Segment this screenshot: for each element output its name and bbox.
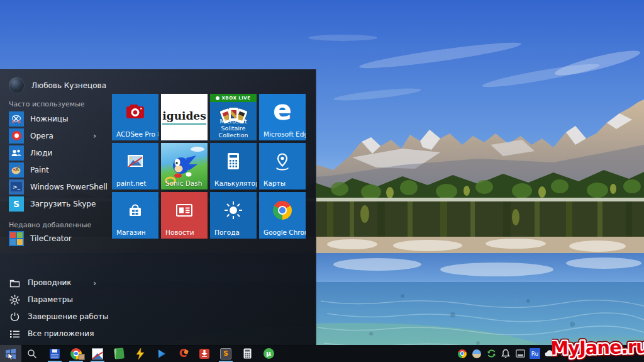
tile-weather[interactable]: Погода	[210, 192, 257, 239]
menu-item-paint[interactable]: Paint	[0, 161, 107, 178]
tile-acdsee[interactable]: ACDSee Pro 8	[112, 94, 158, 140]
tile-microsoft-edge[interactable]: e Microsoft Edge	[259, 94, 306, 140]
taskbar-download-manager-button[interactable]	[194, 345, 215, 362]
notification-bell-icon[interactable]	[501, 349, 511, 359]
play-icon	[157, 349, 167, 359]
taskbar-media-player-button[interactable]	[151, 345, 172, 362]
taskbar-calculator-button[interactable]	[236, 345, 258, 362]
sync-arrows-icon[interactable]	[486, 349, 496, 359]
menu-item-explorer[interactable]: Проводник ›	[0, 274, 107, 291]
edge-logo-icon: e	[259, 94, 306, 130]
newspaper-icon	[161, 192, 208, 229]
svg-text:MyJane.ru: MyJane.ru	[552, 336, 644, 359]
paintnet-icon	[92, 348, 103, 359]
scissors-icon	[9, 111, 24, 127]
chrome-logo-icon	[259, 192, 306, 229]
section-label-frequent: Часто используемые	[9, 100, 84, 108]
chrome-tray-icon[interactable]	[457, 349, 467, 359]
chevron-right-icon[interactable]: ›	[93, 278, 96, 288]
tile-google-chrome[interactable]: Google Chrome	[259, 192, 306, 239]
language-indicator[interactable]: Ru	[530, 348, 540, 359]
gear-icon	[9, 295, 20, 305]
all-apps-list-icon	[9, 329, 20, 339]
xbox-ball-icon	[216, 96, 219, 100]
menu-item-people[interactable]: Люди	[0, 144, 107, 161]
taskbar-sublime-button[interactable]: S	[215, 345, 236, 362]
skype-icon: S	[9, 196, 24, 212]
tile-iguides[interactable]: iguides	[161, 94, 208, 140]
xbox-live-banner: XBOX LIVE	[210, 94, 257, 102]
ccleaner-icon: C	[179, 348, 187, 359]
taskbar-ccleaner-button[interactable]: C	[172, 345, 194, 362]
taskbar-chrome-button[interactable]	[65, 345, 87, 362]
taskbar-lightning-app-button[interactable]	[130, 345, 151, 362]
section-label-recent: Недавно добавленные	[9, 221, 91, 229]
map-pin-icon	[259, 143, 306, 179]
taskbar: C S µ	[0, 345, 644, 362]
paintnet-image-icon	[112, 143, 158, 179]
user-account-button[interactable]: Любовь Кузнецова	[9, 77, 106, 93]
menu-item-snipping-tool[interactable]: Ножницы	[0, 110, 107, 127]
menu-item-get-skype[interactable]: S Загрузить Skype	[0, 195, 107, 212]
menu-item-tilecreator[interactable]: TileCreator	[0, 230, 107, 247]
windows-logo-icon	[4, 348, 17, 360]
green-notebook-icon	[114, 348, 125, 359]
opera-icon	[9, 128, 24, 144]
calculator-icon	[210, 143, 257, 179]
chevron-right-icon[interactable]: ›	[93, 131, 96, 140]
tile-paintnet[interactable]: paint.net	[112, 143, 158, 189]
download-arrow-icon	[199, 349, 209, 359]
taskbar-paintnet-button[interactable]	[87, 345, 108, 362]
store-bag-icon	[112, 192, 158, 229]
power-icon	[9, 312, 20, 322]
taskbar-utorrent-button[interactable]: µ	[258, 345, 279, 362]
paint-palette-icon	[9, 162, 24, 178]
tile-news[interactable]: Новости	[161, 192, 208, 239]
profile-avatar-badge	[79, 354, 85, 360]
window-tray-icon[interactable]	[515, 349, 525, 359]
start-menu: Любовь Кузнецова Часто используемые Ножн…	[0, 69, 316, 346]
mouse-cursor-icon	[8, 353, 13, 360]
taskbar-search-button[interactable]	[21, 345, 43, 362]
camera-icon	[112, 94, 158, 130]
desktop[interactable]: Любовь Кузнецова Часто используемые Ножн…	[0, 0, 644, 362]
tile-sonic-dash[interactable]: Sonic Dash	[161, 143, 208, 189]
menu-item-all-apps[interactable]: Все приложения	[0, 325, 107, 342]
taskbar-floppy-app-button[interactable]	[44, 345, 65, 362]
calculator-icon	[243, 348, 252, 359]
powershell-icon: >_	[9, 179, 24, 195]
people-icon	[9, 145, 24, 161]
lightning-icon	[136, 348, 145, 359]
user-avatar	[9, 77, 25, 93]
tile-maps[interactable]: Карты	[259, 143, 306, 189]
start-button[interactable]	[0, 345, 21, 362]
folder-icon	[9, 278, 20, 288]
chevron-right-icon[interactable]: ›	[93, 182, 96, 191]
globe-tray-icon[interactable]	[472, 349, 482, 359]
user-name: Любовь Кузнецова	[31, 81, 106, 90]
menu-item-settings[interactable]: Параметры	[0, 291, 107, 308]
menu-item-powershell[interactable]: >_ Windows PowerShell ›	[0, 178, 107, 195]
tile-solitaire[interactable]: XBOX LIVE Microsoft Solitaire Collection	[210, 94, 257, 140]
menu-item-opera[interactable]: Opera ›	[0, 127, 107, 144]
search-icon	[27, 349, 37, 359]
floppy-disk-icon	[50, 349, 60, 359]
menu-item-power[interactable]: Завершение работы	[0, 308, 107, 325]
tile-calculator[interactable]: Калькулятор	[210, 143, 257, 189]
sun-icon	[210, 192, 257, 229]
tilecreator-icon	[9, 231, 24, 246]
myjane-watermark: MyJane.ru MyJane.ru MyJane.ru	[552, 333, 644, 362]
iguides-logo: iguides	[161, 94, 208, 140]
taskbar-notes-button[interactable]	[108, 345, 130, 362]
tile-store[interactable]: Магазин	[112, 192, 158, 239]
sublime-s-icon: S	[220, 348, 231, 359]
utorrent-icon: µ	[264, 348, 274, 359]
